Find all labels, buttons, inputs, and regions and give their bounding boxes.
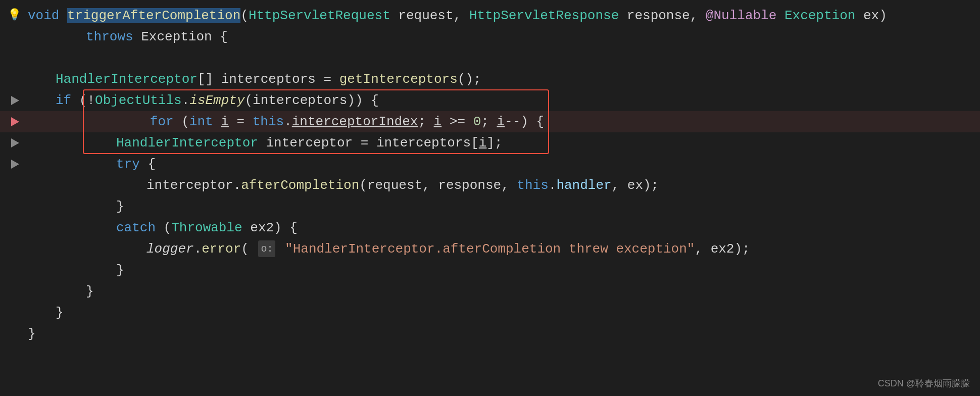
gutter-8 (5, 160, 25, 169)
code-line-8: try { (25, 154, 980, 174)
code-line-4: HandlerInterceptor[] interceptors = getI… (25, 69, 980, 89)
code-line-2: throws Exception { (25, 27, 980, 47)
code-line-7: HandlerInterceptor interceptor = interce… (25, 133, 980, 153)
code-line-1: void triggerAfterCompletion(HttpServletR… (25, 6, 980, 26)
line-13: } (0, 260, 980, 281)
line-14: } (0, 281, 980, 302)
code-line-11: catch (Throwable ex2) { (25, 218, 980, 238)
code-line-14: } (25, 281, 980, 302)
code-editor: 💡 void triggerAfterCompletion(HttpServle… (0, 0, 980, 396)
code-line-15: } (25, 303, 980, 323)
gutter-5 (5, 96, 25, 105)
line-11: catch (Throwable ex2) { (0, 217, 980, 238)
code-line-10: } (25, 196, 980, 217)
line-6: for (int i = this.interceptorIndex; i >=… (0, 111, 980, 132)
line-16: } (0, 323, 980, 344)
code-line-13: } (25, 260, 980, 280)
gutter-6 (5, 117, 25, 126)
line-2: throws Exception { (0, 26, 980, 47)
gutter-7 (5, 138, 25, 147)
line-1: 💡 void triggerAfterCompletion(HttpServle… (0, 5, 980, 26)
lightbulb-icon: 💡 (8, 7, 21, 24)
code-line-16: } (25, 324, 980, 344)
void-keyword: void (28, 6, 67, 26)
watermark: CSDN @聆春烟雨朦朦 (878, 377, 970, 391)
gutter-1: 💡 (5, 7, 25, 24)
code-line-9: interceptor.afterCompletion(request, res… (25, 175, 980, 195)
breakpoint-arrow-5 (11, 96, 19, 105)
line-10: } (0, 196, 980, 217)
code-line-12: logger.error( o: "HandlerInterceptor.aft… (25, 239, 980, 259)
breakpoint-arrow-7 (11, 138, 19, 147)
line-4: HandlerInterceptor[] interceptors = getI… (0, 69, 980, 90)
hint-label-o: o: (258, 240, 275, 257)
method-name: triggerAfterCompletion (67, 6, 240, 26)
line-7: HandlerInterceptor interceptor = interce… (0, 132, 980, 154)
breakpoint-arrow-8 (11, 160, 19, 169)
line-8: try { (0, 154, 980, 175)
line-3 (0, 47, 980, 69)
line-9: interceptor.afterCompletion(request, res… (0, 175, 980, 196)
line-15: } (0, 302, 980, 323)
breakpoint-arrow-6 (11, 117, 19, 126)
line-12: logger.error( o: "HandlerInterceptor.aft… (0, 238, 980, 260)
